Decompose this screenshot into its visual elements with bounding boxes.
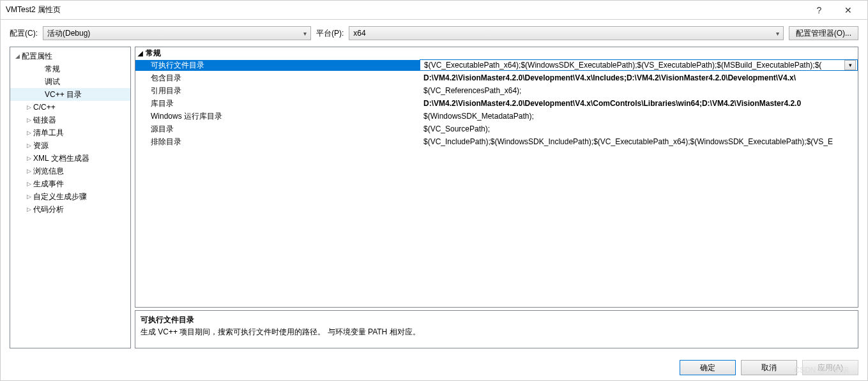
chevron-down-icon: ▾ — [776, 30, 779, 37]
tree-item-label: 自定义生成步骤 — [33, 191, 87, 202]
right-pane: ◢ 常规 可执行文件目录$(VC_ExecutablePath_x64);$(W… — [135, 47, 858, 348]
property-row[interactable]: Windows 运行库目录$(WindowsSDK_MetadataPath); — [135, 110, 858, 123]
property-row[interactable]: 包含目录D:\VM4.2\VisionMaster4.2.0\Developme… — [135, 71, 858, 84]
property-row[interactable]: 库目录D:\VM4.2\VisionMaster4.2.0\Developmen… — [135, 97, 858, 110]
property-value[interactable]: D:\VM4.2\VisionMaster4.2.0\Development\V… — [420, 73, 858, 82]
window-title: VMTest2 属性页 — [6, 4, 805, 15]
tree-item-label: 清单工具 — [33, 128, 64, 138]
tree-item-label: 资源 — [33, 140, 49, 151]
close-icon[interactable]: ✕ — [834, 5, 862, 15]
property-row[interactable]: 可执行文件目录$(VC_ExecutablePath_x64);$(Window… — [135, 59, 858, 71]
tree-item-label: VC++ 目录 — [45, 89, 82, 100]
expand-icon[interactable]: ▷ — [24, 181, 33, 187]
tree-item[interactable]: ▷C/C++ — [10, 101, 130, 114]
apply-button[interactable]: 应用(A) — [802, 360, 858, 375]
property-value[interactable]: $(VC_ExecutablePath_x64);$(WindowsSDK_Ex… — [420, 59, 858, 71]
expand-icon[interactable]: ▷ — [24, 168, 33, 174]
description-pane: 可执行文件目录 生成 VC++ 项目期间，搜索可执行文件时使用的路径。 与环境变… — [135, 310, 858, 348]
property-value[interactable]: D:\VM4.2\VisionMaster4.2.0\Development\V… — [420, 99, 858, 108]
tree-item-label: C/C++ — [33, 103, 56, 112]
property-grid[interactable]: ◢ 常规 可执行文件目录$(VC_ExecutablePath_x64);$(W… — [135, 47, 858, 308]
tree-item[interactable]: ▷XML 文档生成器 — [10, 152, 130, 165]
description-text: 生成 VC++ 项目期间，搜索可执行文件时使用的路径。 与环境变量 PATH 相… — [141, 327, 853, 338]
ok-button[interactable]: 确定 — [680, 360, 736, 375]
tree-item[interactable]: ▷链接器 — [10, 114, 130, 126]
platform-combo[interactable]: x64 ▾ — [349, 26, 783, 40]
tree-item[interactable]: ▷浏览信息 — [10, 165, 130, 177]
tree-item[interactable]: ▷代码分析 — [10, 203, 130, 216]
tree-item-label: 代码分析 — [33, 204, 64, 215]
tree-item-label: 生成事件 — [33, 179, 64, 190]
config-combo[interactable]: 活动(Debug) ▾ — [43, 26, 311, 40]
tree-item[interactable]: ▷生成事件 — [10, 177, 130, 190]
config-label: 配置(C): — [10, 28, 38, 39]
tree-item[interactable]: 调试 — [10, 75, 130, 88]
platform-label: 平台(P): — [316, 28, 344, 39]
property-value[interactable]: $(VC_SourcePath); — [420, 124, 858, 133]
expand-icon[interactable]: ▷ — [24, 155, 33, 161]
expand-icon[interactable]: ▷ — [24, 142, 33, 149]
description-title: 可执行文件目录 — [141, 315, 853, 325]
expand-icon[interactable]: ▷ — [24, 193, 33, 200]
main-area: ◢ 配置属性 常规调试VC++ 目录▷C/C++▷链接器▷清单工具▷资源▷XML… — [1, 47, 867, 355]
toolbar: 配置(C): 活动(Debug) ▾ 平台(P): x64 ▾ 配置管理器(O)… — [1, 20, 867, 47]
tree-item-label: 调试 — [45, 77, 60, 87]
property-page-window: VMTest2 属性页 ? ✕ 配置(C): 活动(Debug) ▾ 平台(P)… — [0, 0, 868, 381]
property-name: 源目录 — [135, 124, 420, 135]
expand-icon[interactable]: ▷ — [24, 130, 33, 136]
property-value[interactable]: $(VC_IncludePath);$(WindowsSDK_IncludePa… — [420, 137, 858, 146]
help-icon[interactable]: ? — [805, 5, 834, 15]
config-value: 活动(Debug) — [47, 28, 90, 39]
chevron-down-icon: ▾ — [303, 30, 307, 37]
property-name: 可执行文件目录 — [135, 60, 420, 71]
property-value[interactable]: $(WindowsSDK_MetadataPath); — [420, 112, 858, 121]
tree-item[interactable]: ▷清单工具 — [10, 126, 130, 139]
config-manager-button[interactable]: 配置管理器(O)... — [789, 26, 858, 40]
tree-item-label: XML 文档生成器 — [33, 153, 89, 164]
expand-icon[interactable]: ▷ — [24, 117, 33, 123]
section-header[interactable]: ◢ 常规 — [135, 47, 858, 59]
tree-item-label: 浏览信息 — [33, 166, 64, 177]
footer: 确定 取消 应用(A) — [1, 355, 867, 380]
tree-root[interactable]: ◢ 配置属性 — [10, 50, 130, 63]
property-row[interactable]: 排除目录$(VC_IncludePath);$(WindowsSDK_Inclu… — [135, 135, 858, 148]
tree-item[interactable]: ▷资源 — [10, 139, 130, 152]
property-value[interactable]: $(VC_ReferencesPath_x64); — [420, 86, 858, 95]
tree-item[interactable]: 常规 — [10, 63, 130, 75]
property-name: 排除目录 — [135, 137, 420, 147]
property-name: 引用目录 — [135, 86, 420, 96]
tree-item-label: 常规 — [45, 64, 60, 75]
titlebar: VMTest2 属性页 ? ✕ — [1, 1, 867, 20]
expand-icon[interactable]: ▷ — [24, 104, 33, 110]
dropdown-icon[interactable]: ▾ — [844, 60, 856, 70]
tree-item[interactable]: VC++ 目录 — [10, 88, 130, 101]
property-name: 包含目录 — [135, 73, 420, 84]
property-row[interactable]: 源目录$(VC_SourcePath); — [135, 123, 858, 135]
tree-item-label: 链接器 — [33, 115, 56, 126]
collapse-icon[interactable]: ◢ — [138, 50, 143, 57]
property-name: Windows 运行库目录 — [135, 111, 420, 122]
expand-icon[interactable]: ▷ — [24, 206, 33, 213]
tree-pane[interactable]: ◢ 配置属性 常规调试VC++ 目录▷C/C++▷链接器▷清单工具▷资源▷XML… — [10, 47, 131, 348]
expand-icon[interactable]: ◢ — [13, 53, 22, 59]
property-row[interactable]: 引用目录$(VC_ReferencesPath_x64); — [135, 84, 858, 97]
tree-item[interactable]: ▷自定义生成步骤 — [10, 190, 130, 203]
property-name: 库目录 — [135, 98, 420, 109]
cancel-button[interactable]: 取消 — [741, 360, 797, 375]
platform-value: x64 — [353, 29, 365, 38]
